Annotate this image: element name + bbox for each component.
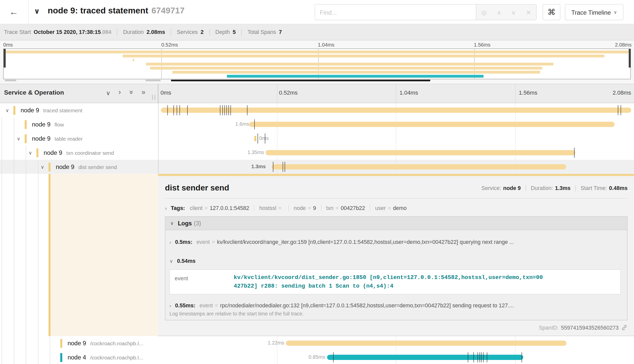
tag-client: client=127.0.0.1:54582 <box>190 205 259 211</box>
trace-header-collapse-icon[interactable]: ∨ <box>34 7 40 16</box>
operation-name: /cockroach.roachpb.I... <box>90 340 143 347</box>
service-name: node 9 <box>32 121 50 128</box>
span-row-node4-rpc[interactable]: node 4 /cockroach.roachpb.I... 0.85ms <box>0 350 634 364</box>
page-header: ← ∨ node 9: traced statement6749717 ◎ ∧ … <box>0 0 634 24</box>
summary-separator <box>241 29 242 35</box>
span-duration-label: 1.35ms <box>247 150 264 155</box>
log-entry-0-5ms[interactable]: › 0.5ms: event = kv/kvclient/kvcoord/ran… <box>170 239 623 245</box>
log-entry-0-54ms-toggle[interactable]: ∨ 0.54ms <box>170 258 623 264</box>
operation-name: flow <box>55 122 64 128</box>
span-row-txn-coordinator-send[interactable]: ∨ node 9 txn coordinator send 1.35ms <box>0 146 634 160</box>
collapse-all-icon[interactable]: » <box>127 90 136 94</box>
log-timestamp: 0.55ms: <box>175 303 195 309</box>
service-meta-value: node 9 <box>503 185 521 191</box>
chevron-down-icon[interactable]: ∨ <box>40 164 45 169</box>
chevron-right-icon: › <box>170 303 171 308</box>
service-color-chip <box>60 353 62 362</box>
summary-separator <box>209 29 210 35</box>
collapse-one-icon[interactable]: ∨ <box>106 89 111 97</box>
span-duration-label: 1.6ms <box>235 121 249 127</box>
chevron-down-icon[interactable]: ∨ <box>28 150 33 155</box>
span-bar[interactable] <box>286 340 566 346</box>
expand-all-icon[interactable]: » <box>141 88 145 97</box>
services-label: Services <box>177 29 198 35</box>
service-operation-header: Service & Operation ∨ › » » <box>0 84 158 103</box>
service-name: node 9 <box>68 340 86 347</box>
command-icon: ⌘ <box>547 8 556 16</box>
next-result-icon[interactable]: ∨ <box>511 9 516 15</box>
span-bar[interactable] <box>327 355 523 360</box>
span-row-node9-rpc[interactable]: node 9 /cockroach.roachpb.I... 1.22ms <box>0 336 634 350</box>
trace-summary-bar: Trace Start October 15 2020, 17:38:15 .0… <box>0 24 634 40</box>
axis-tick: 1.56ms <box>474 42 491 48</box>
minimap-range-mark[interactable] <box>5 80 16 81</box>
header-divider <box>28 0 29 24</box>
span-row-dist-sender-send[interactable]: ∨ node 9 dist sender send 1.3ms <box>0 160 634 174</box>
column-resizer-grip[interactable] <box>152 95 155 100</box>
tag-hostssl: hostssl= <box>259 205 294 211</box>
span-bar[interactable] <box>266 150 575 155</box>
span-row-flow[interactable]: node 9 flow 1.6ms <box>0 117 634 132</box>
log-entry-0-55ms[interactable]: › 0.55ms: event = rpc/nodedialer/nodedia… <box>170 303 623 309</box>
view-options-dropdown[interactable]: Trace Timeline ∨ <box>565 4 624 20</box>
find-input[interactable] <box>314 4 476 20</box>
axis-tick: 2.08ms <box>612 89 631 96</box>
log-event-field-value: kv/kvclient/kvcoord/dist_sender.go:1850 … <box>234 270 543 294</box>
trace-start-ms: .084 <box>101 29 111 35</box>
span-row-table-reader[interactable]: ∨ node 9 table reader 0ms <box>0 132 634 146</box>
header-gridline <box>515 84 516 103</box>
detail-span-title: dist sender send <box>165 183 229 192</box>
prev-result-icon[interactable]: ∧ <box>497 9 501 15</box>
axis-tick: 0ms <box>160 89 171 96</box>
service-operation-title: Service & Operation <box>4 89 64 96</box>
service-color-chip <box>25 134 27 143</box>
service-meta-label: Service: <box>481 185 501 191</box>
axis-tick: 1.04ms <box>399 89 418 96</box>
axis-tick: 2.08ms <box>615 42 632 48</box>
chevron-right-icon: › <box>170 239 171 245</box>
locate-icon[interactable]: ◎ <box>481 9 487 15</box>
minimap-view-range-bar[interactable] <box>171 80 430 81</box>
logs-header[interactable]: ∨ Logs (3) <box>165 217 627 230</box>
span-bar[interactable] <box>249 122 615 127</box>
minimap-right-scrubber[interactable] <box>629 49 631 68</box>
service-color-chip <box>13 106 15 115</box>
service-name: node 9 <box>32 135 50 142</box>
logs-title: Logs <box>178 220 192 227</box>
axis-tick: 0.52ms <box>161 42 178 48</box>
trace-timeline-app: ← ∨ node 9: traced statement6749717 ◎ ∧ … <box>0 0 634 364</box>
span-duration-label: 0.85ms <box>308 354 325 360</box>
minimap-span-bar <box>227 75 484 78</box>
axis-tick: 1.04ms <box>318 42 334 48</box>
service-name: node 4 <box>68 354 86 361</box>
keyboard-shortcuts-button[interactable]: ⌘ <box>543 4 560 20</box>
span-duration-label: 0ms <box>259 136 269 141</box>
selected-subtree-background <box>51 174 158 336</box>
total-spans-label: Total Spans <box>247 29 276 35</box>
trace-start-label: Trace Start <box>4 29 31 35</box>
span-bar[interactable] <box>254 136 256 141</box>
span-row-traced-statement[interactable]: ∨ node 9 traced statement <box>0 103 634 117</box>
selected-span-color-bar <box>49 174 51 336</box>
span-bar[interactable] <box>272 164 566 169</box>
minimap-range-mark[interactable] <box>145 80 160 81</box>
chevron-down-icon[interactable]: ∨ <box>16 136 21 141</box>
span-bar[interactable] <box>161 108 631 113</box>
log-event-field-name: event <box>170 270 234 294</box>
expand-one-icon[interactable]: › <box>118 88 121 97</box>
copy-link-icon[interactable] <box>621 324 628 331</box>
chevron-down-icon[interactable]: ∨ <box>5 108 10 113</box>
log-timestamp: 0.5ms: <box>175 239 192 245</box>
span-duration-label: 1.3ms <box>251 164 266 169</box>
axis-tick: 0.52ms <box>279 89 298 96</box>
minimap-span-bar <box>5 51 630 53</box>
clear-find-icon[interactable]: ✕ <box>526 9 531 15</box>
minimap-left-scrubber[interactable] <box>4 49 6 68</box>
back-arrow-icon: ← <box>9 7 18 17</box>
duration-meta-value: 1.3ms <box>555 185 570 191</box>
minimap-canvas[interactable] <box>3 49 631 79</box>
back-button[interactable]: ← <box>6 5 22 19</box>
tags-toggle-row[interactable]: › Tags: client=127.0.0.1:54582 hostssl= … <box>165 205 627 211</box>
tag-txn: txn=00427b22 <box>326 205 375 211</box>
duration-label: Duration <box>123 29 144 35</box>
